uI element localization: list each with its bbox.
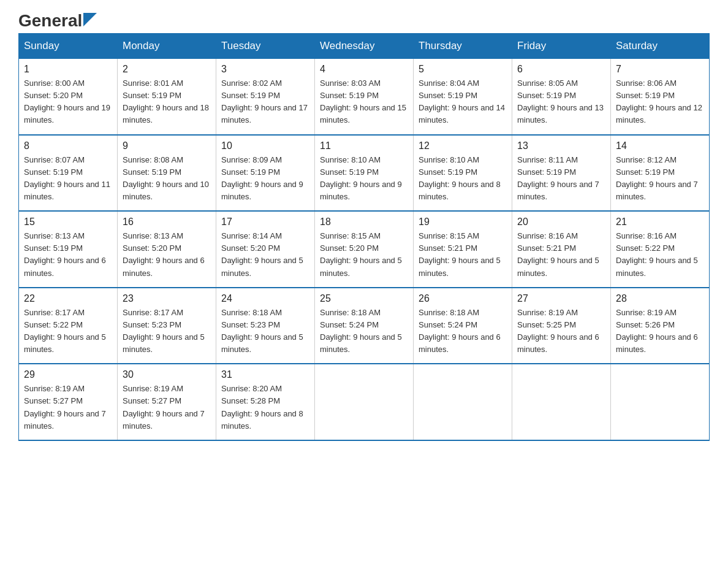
weekday-header-sunday: Sunday [19,34,118,59]
day-number: 20 [517,216,605,228]
calendar-cell [315,364,414,440]
day-number: 6 [517,64,605,75]
calendar-cell: 24 Sunrise: 8:18 AMSunset: 5:23 PMDaylig… [216,288,315,364]
day-info: Sunrise: 8:13 AMSunset: 5:20 PMDaylight:… [123,230,211,280]
calendar-cell: 9 Sunrise: 8:08 AMSunset: 5:19 PMDayligh… [118,135,216,212]
day-info: Sunrise: 8:06 AMSunset: 5:19 PMDaylight:… [616,77,704,127]
calendar-cell: 13 Sunrise: 8:11 AMSunset: 5:19 PMDaylig… [512,135,611,212]
calendar-cell: 4 Sunrise: 8:03 AMSunset: 5:19 PMDayligh… [315,59,414,135]
day-number: 23 [123,293,211,304]
day-info: Sunrise: 8:19 AMSunset: 5:27 PMDaylight:… [123,383,211,432]
calendar-cell: 25 Sunrise: 8:18 AMSunset: 5:24 PMDaylig… [315,288,414,364]
day-info: Sunrise: 8:01 AMSunset: 5:19 PMDaylight:… [123,77,211,127]
day-info: Sunrise: 8:13 AMSunset: 5:19 PMDaylight:… [24,230,112,280]
day-info: Sunrise: 8:00 AMSunset: 5:20 PMDaylight:… [24,77,112,127]
day-info: Sunrise: 8:18 AMSunset: 5:24 PMDaylight:… [320,307,408,356]
day-number: 13 [517,140,605,151]
day-number: 11 [320,140,408,151]
day-number: 12 [419,140,507,151]
day-info: Sunrise: 8:18 AMSunset: 5:23 PMDaylight:… [221,307,309,356]
calendar-table: SundayMondayTuesdayWednesdayThursdayFrid… [18,33,710,441]
day-info: Sunrise: 8:18 AMSunset: 5:24 PMDaylight:… [419,307,507,356]
weekday-header-row: SundayMondayTuesdayWednesdayThursdayFrid… [19,34,710,59]
calendar-week-row: 22 Sunrise: 8:17 AMSunset: 5:22 PMDaylig… [19,288,710,364]
day-number: 27 [517,293,605,304]
day-number: 8 [24,140,112,151]
day-number: 21 [616,216,704,228]
day-number: 24 [221,293,309,304]
day-number: 29 [24,369,112,380]
calendar-cell: 15 Sunrise: 8:13 AMSunset: 5:19 PMDaylig… [19,211,118,288]
calendar-cell: 17 Sunrise: 8:14 AMSunset: 5:20 PMDaylig… [216,211,315,288]
day-info: Sunrise: 8:15 AMSunset: 5:21 PMDaylight:… [419,230,507,280]
day-number: 16 [123,216,211,228]
day-number: 4 [320,64,408,75]
calendar-cell: 23 Sunrise: 8:17 AMSunset: 5:23 PMDaylig… [118,288,216,364]
calendar-cell: 11 Sunrise: 8:10 AMSunset: 5:19 PMDaylig… [315,135,414,212]
day-info: Sunrise: 8:11 AMSunset: 5:19 PMDaylight:… [517,154,605,204]
day-number: 3 [221,64,309,75]
calendar-cell: 22 Sunrise: 8:17 AMSunset: 5:22 PMDaylig… [19,288,118,364]
calendar-cell: 26 Sunrise: 8:18 AMSunset: 5:24 PMDaylig… [414,288,512,364]
calendar-cell: 18 Sunrise: 8:15 AMSunset: 5:20 PMDaylig… [315,211,414,288]
day-info: Sunrise: 8:10 AMSunset: 5:19 PMDaylight:… [320,154,408,204]
day-number: 22 [24,293,112,304]
logo: General [18,12,97,27]
svg-marker-0 [83,13,97,26]
day-info: Sunrise: 8:16 AMSunset: 5:22 PMDaylight:… [616,230,704,280]
day-number: 25 [320,293,408,304]
calendar-week-row: 15 Sunrise: 8:13 AMSunset: 5:19 PMDaylig… [19,211,710,288]
day-info: Sunrise: 8:19 AMSunset: 5:27 PMDaylight:… [24,383,112,432]
day-info: Sunrise: 8:20 AMSunset: 5:28 PMDaylight:… [221,383,309,432]
day-info: Sunrise: 8:17 AMSunset: 5:23 PMDaylight:… [123,307,211,356]
calendar-cell [512,364,611,440]
day-info: Sunrise: 8:03 AMSunset: 5:19 PMDaylight:… [320,77,408,127]
calendar-cell: 10 Sunrise: 8:09 AMSunset: 5:19 PMDaylig… [216,135,315,212]
day-info: Sunrise: 8:10 AMSunset: 5:19 PMDaylight:… [419,154,507,204]
calendar-cell: 1 Sunrise: 8:00 AMSunset: 5:20 PMDayligh… [19,59,118,135]
day-number: 30 [123,369,211,380]
day-number: 26 [419,293,507,304]
calendar-cell [414,364,512,440]
day-info: Sunrise: 8:15 AMSunset: 5:20 PMDaylight:… [320,230,408,280]
calendar-week-row: 1 Sunrise: 8:00 AMSunset: 5:20 PMDayligh… [19,59,710,135]
calendar-cell: 8 Sunrise: 8:07 AMSunset: 5:19 PMDayligh… [19,135,118,212]
page-header: General [18,12,710,27]
day-number: 31 [221,369,309,380]
calendar-cell: 14 Sunrise: 8:12 AMSunset: 5:19 PMDaylig… [611,135,710,212]
day-info: Sunrise: 8:08 AMSunset: 5:19 PMDaylight:… [123,154,211,204]
logo-arrow-icon [83,13,97,26]
weekday-header-wednesday: Wednesday [315,34,414,59]
calendar-week-row: 8 Sunrise: 8:07 AMSunset: 5:19 PMDayligh… [19,135,710,212]
calendar-cell: 7 Sunrise: 8:06 AMSunset: 5:19 PMDayligh… [611,59,710,135]
calendar-cell: 20 Sunrise: 8:16 AMSunset: 5:21 PMDaylig… [512,211,611,288]
day-info: Sunrise: 8:14 AMSunset: 5:20 PMDaylight:… [221,230,309,280]
calendar-cell [611,364,710,440]
calendar-cell: 2 Sunrise: 8:01 AMSunset: 5:19 PMDayligh… [118,59,216,135]
weekday-header-monday: Monday [118,34,216,59]
day-info: Sunrise: 8:12 AMSunset: 5:19 PMDaylight:… [616,154,704,204]
day-number: 1 [24,64,112,75]
calendar-cell: 19 Sunrise: 8:15 AMSunset: 5:21 PMDaylig… [414,211,512,288]
day-number: 17 [221,216,309,228]
calendar-cell: 27 Sunrise: 8:19 AMSunset: 5:25 PMDaylig… [512,288,611,364]
day-info: Sunrise: 8:09 AMSunset: 5:19 PMDaylight:… [221,154,309,204]
day-info: Sunrise: 8:19 AMSunset: 5:25 PMDaylight:… [517,307,605,356]
day-info: Sunrise: 8:05 AMSunset: 5:19 PMDaylight:… [517,77,605,127]
weekday-header-tuesday: Tuesday [216,34,315,59]
calendar-cell: 16 Sunrise: 8:13 AMSunset: 5:20 PMDaylig… [118,211,216,288]
day-number: 2 [123,64,211,75]
calendar-cell: 28 Sunrise: 8:19 AMSunset: 5:26 PMDaylig… [611,288,710,364]
day-number: 10 [221,140,309,151]
day-number: 15 [24,216,112,228]
logo-text-general: General [18,12,82,29]
calendar-cell: 30 Sunrise: 8:19 AMSunset: 5:27 PMDaylig… [118,364,216,440]
weekday-header-saturday: Saturday [611,34,710,59]
calendar-cell: 12 Sunrise: 8:10 AMSunset: 5:19 PMDaylig… [414,135,512,212]
calendar-cell: 31 Sunrise: 8:20 AMSunset: 5:28 PMDaylig… [216,364,315,440]
day-info: Sunrise: 8:16 AMSunset: 5:21 PMDaylight:… [517,230,605,280]
day-info: Sunrise: 8:02 AMSunset: 5:19 PMDaylight:… [221,77,309,127]
day-number: 19 [419,216,507,228]
day-number: 5 [419,64,507,75]
day-info: Sunrise: 8:17 AMSunset: 5:22 PMDaylight:… [24,307,112,356]
